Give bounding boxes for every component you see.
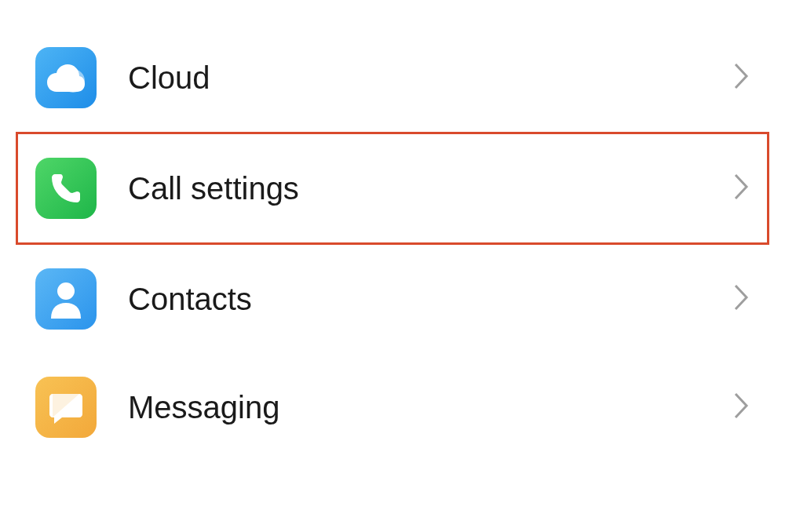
settings-item-label: Cloud [128, 60, 732, 96]
settings-item-messaging[interactable]: Messaging [0, 353, 785, 461]
chevron-right-icon [732, 391, 750, 424]
settings-item-label: Messaging [128, 390, 732, 425]
phone-icon [35, 158, 97, 219]
settings-item-call-settings[interactable]: Call settings [16, 132, 769, 245]
message-icon [35, 377, 97, 438]
settings-item-contacts[interactable]: Contacts [0, 245, 785, 353]
chevron-right-icon [732, 282, 750, 315]
person-icon [35, 268, 97, 330]
settings-item-label: Call settings [128, 171, 732, 206]
chevron-right-icon [732, 172, 750, 205]
settings-item-cloud[interactable]: Cloud [0, 24, 785, 132]
settings-list: Cloud Call settings Contacts [0, 24, 785, 461]
settings-item-label: Contacts [128, 282, 732, 317]
cloud-icon [35, 47, 97, 108]
svg-point-1 [57, 282, 75, 300]
chevron-right-icon [732, 61, 750, 94]
